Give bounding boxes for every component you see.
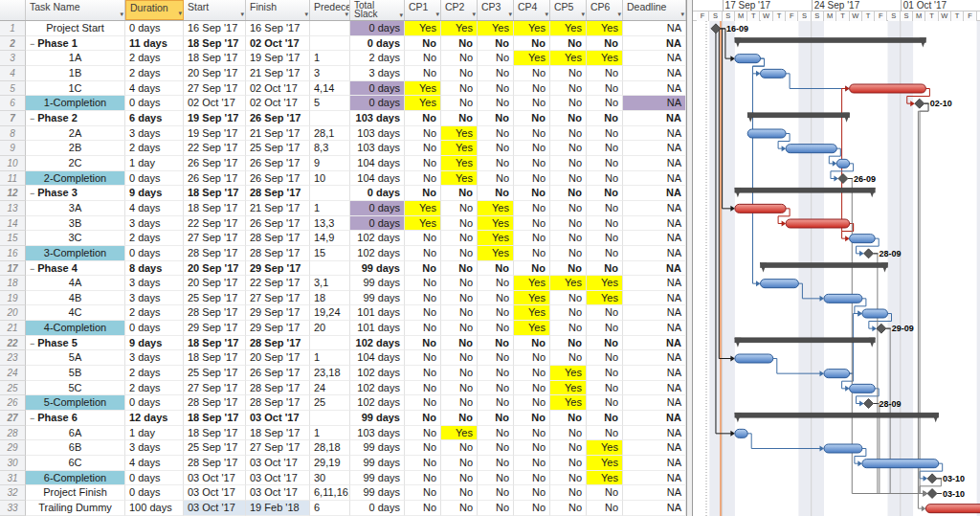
cell-cp2[interactable]: No bbox=[441, 246, 478, 261]
gantt-bar-task[interactable] bbox=[761, 280, 799, 288]
cell-cp6[interactable]: No bbox=[587, 366, 623, 381]
cell-cp2[interactable]: No bbox=[441, 66, 478, 81]
cell-finish[interactable]: 29 Sep '17 bbox=[246, 321, 310, 336]
cell-finish[interactable]: 27 Sep '17 bbox=[246, 440, 310, 456]
gantt-bar-critical-task[interactable] bbox=[735, 204, 786, 213]
cell-duration[interactable]: 0 days bbox=[125, 96, 184, 111]
cell-cp5[interactable]: Yes bbox=[550, 395, 587, 411]
cell-predecessors[interactable]: 10 bbox=[310, 171, 350, 187]
cell-task-name[interactable]: 3C bbox=[26, 231, 125, 246]
cell-cp3[interactable]: Yes bbox=[478, 201, 514, 216]
gantt-bar-summary[interactable] bbox=[747, 113, 849, 118]
cell-cp1[interactable]: No bbox=[405, 291, 441, 306]
cell-duration[interactable]: 12 days bbox=[125, 411, 184, 426]
cell-cp1[interactable]: No bbox=[405, 171, 441, 187]
cell-start[interactable]: 18 Sep '17 bbox=[184, 336, 246, 351]
cell-cp4[interactable]: Yes bbox=[514, 21, 550, 36]
cell-duration[interactable]: 4 days bbox=[125, 81, 184, 97]
cell-cp1[interactable]: No bbox=[405, 426, 441, 441]
cell-duration[interactable]: 2 days bbox=[125, 231, 184, 246]
cell-predecessors[interactable]: 5 bbox=[310, 96, 350, 111]
column-header-deadline[interactable]: Deadline▾ bbox=[623, 0, 686, 20]
cell-cp2[interactable]: No bbox=[441, 411, 478, 426]
gantt-bar-task[interactable] bbox=[824, 444, 862, 453]
cell-cp6[interactable]: Yes bbox=[587, 276, 623, 291]
cell-task-name[interactable]: 3-Completion bbox=[26, 246, 125, 261]
cell-cp1[interactable]: No bbox=[405, 186, 441, 201]
gantt-bar-task[interactable] bbox=[786, 145, 836, 153]
cell-cp5[interactable]: No bbox=[550, 411, 587, 426]
cell-total-slack[interactable]: 99 days bbox=[350, 485, 405, 501]
cell-deadline[interactable]: NA bbox=[623, 96, 686, 111]
collapse-icon[interactable]: − bbox=[30, 114, 34, 123]
cell-cp2[interactable]: No bbox=[441, 36, 478, 52]
cell-cp4[interactable]: No bbox=[514, 201, 550, 216]
cell-predecessors[interactable]: 1 bbox=[310, 201, 350, 216]
collapse-icon[interactable]: − bbox=[30, 414, 34, 423]
cell-start[interactable]: 29 Sep '17 bbox=[184, 321, 246, 336]
cell-cp2[interactable]: No bbox=[441, 96, 478, 111]
cell-cp5[interactable]: No bbox=[550, 111, 587, 126]
cell-cp6[interactable]: Yes bbox=[587, 21, 623, 36]
cell-total-slack[interactable]: 2 days bbox=[350, 51, 405, 66]
filter-dropdown-icon[interactable]: ▾ bbox=[680, 9, 684, 19]
cell-cp4[interactable]: Yes bbox=[514, 276, 550, 291]
cell-cp3[interactable]: No bbox=[478, 81, 514, 97]
cell-deadline[interactable]: NA bbox=[623, 485, 686, 501]
cell-cp1[interactable]: No bbox=[405, 381, 441, 396]
cell-deadline[interactable]: NA bbox=[623, 111, 686, 126]
cell-cp5[interactable]: No bbox=[550, 81, 587, 97]
cell-cp6[interactable]: No bbox=[587, 246, 623, 261]
cell-cp6[interactable]: No bbox=[587, 171, 623, 187]
cell-predecessors[interactable]: 8,3 bbox=[310, 141, 350, 156]
cell-cp4[interactable]: No bbox=[514, 96, 550, 111]
cell-task-name[interactable]: 1-Completion bbox=[26, 96, 125, 111]
cell-task-name[interactable]: 2A bbox=[26, 126, 125, 142]
cell-total-slack[interactable]: 99 days bbox=[350, 471, 405, 486]
cell-task-name[interactable]: 4B bbox=[26, 291, 125, 306]
cell-finish[interactable]: 26 Sep '17 bbox=[246, 216, 310, 232]
filter-dropdown-icon[interactable]: ▾ bbox=[240, 9, 244, 19]
cell-task-name[interactable]: 5-Completion bbox=[26, 395, 125, 411]
cell-cp5[interactable]: No bbox=[550, 156, 587, 171]
cell-task-name[interactable]: −Phase 5 bbox=[26, 336, 125, 351]
filter-dropdown-icon[interactable]: ▾ bbox=[472, 9, 476, 19]
filter-dropdown-icon[interactable]: ▾ bbox=[304, 9, 308, 19]
cell-task-name[interactable]: −Phase 2 bbox=[26, 111, 125, 126]
column-header-cp3[interactable]: CP3▾ bbox=[478, 0, 514, 20]
cell-predecessors[interactable] bbox=[310, 261, 350, 277]
gantt-bar-task[interactable] bbox=[836, 159, 849, 168]
cell-deadline[interactable]: NA bbox=[623, 171, 686, 187]
cell-deadline[interactable]: NA bbox=[623, 381, 686, 396]
cell-start[interactable]: 28 Sep '17 bbox=[184, 456, 246, 471]
cell-start[interactable]: 27 Sep '17 bbox=[184, 381, 246, 396]
cell-total-slack[interactable]: 103 days bbox=[350, 141, 405, 156]
cell-deadline[interactable]: NA bbox=[623, 411, 686, 426]
filter-dropdown-icon[interactable]: ▾ bbox=[435, 9, 439, 19]
gantt-bar-critical-task[interactable] bbox=[850, 84, 926, 93]
cell-cp1[interactable]: No bbox=[405, 456, 441, 471]
cell-finish[interactable]: 28 Sep '17 bbox=[246, 186, 310, 201]
cell-cp5[interactable]: No bbox=[550, 171, 587, 187]
cell-start[interactable]: 18 Sep '17 bbox=[184, 36, 246, 52]
cell-task-name[interactable]: 6A bbox=[26, 426, 125, 441]
cell-task-name[interactable]: 1A bbox=[26, 51, 125, 66]
cell-task-name[interactable]: 5C bbox=[26, 381, 125, 396]
cell-total-slack[interactable]: 102 days bbox=[350, 246, 405, 261]
cell-finish[interactable]: 28 Sep '17 bbox=[246, 395, 310, 411]
cell-duration[interactable]: 2 days bbox=[125, 366, 184, 381]
cell-start[interactable]: 28 Sep '17 bbox=[184, 305, 246, 321]
cell-start[interactable]: 22 Sep '17 bbox=[184, 216, 246, 232]
cell-predecessors[interactable]: 28,18 bbox=[310, 440, 350, 456]
cell-cp1[interactable]: No bbox=[405, 126, 441, 142]
cell-cp6[interactable]: No bbox=[587, 126, 623, 142]
cell-cp3[interactable]: No bbox=[478, 366, 514, 381]
cell-start[interactable]: 28 Sep '17 bbox=[184, 246, 246, 261]
cell-cp1[interactable]: No bbox=[405, 66, 441, 81]
cell-cp6[interactable]: No bbox=[587, 36, 623, 52]
cell-predecessors[interactable]: 4,14 bbox=[310, 81, 350, 97]
cell-finish[interactable]: 26 Sep '17 bbox=[246, 156, 310, 171]
cell-finish[interactable]: 21 Sep '17 bbox=[246, 126, 310, 142]
column-header-start[interactable]: Start▾ bbox=[184, 0, 246, 20]
filter-dropdown-icon[interactable]: ▾ bbox=[345, 9, 348, 19]
